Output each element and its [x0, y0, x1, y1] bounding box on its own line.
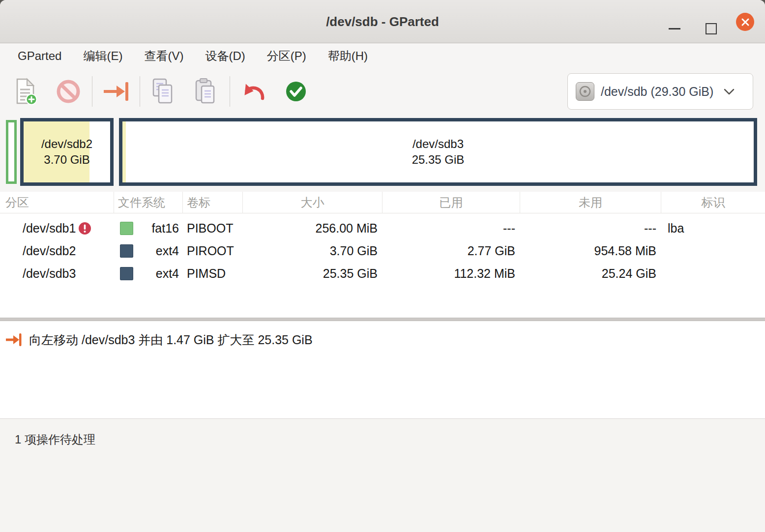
partition-size: 256.00 MiB	[243, 217, 382, 239]
partition-table-header: 分区 文件系统 卷标 大小 已用 未用 标识	[0, 192, 765, 213]
statusbar-text: 1 项操作待处理	[15, 433, 95, 446]
partition-visual-bar: /dev/sdb2 3.70 GiB /dev/sdb3 25.35 GiB	[0, 114, 765, 192]
table-row-sdb2[interactable]: /dev/sdb2 ext4 PIROOT 3.70 GiB 2.77 GiB …	[0, 239, 765, 262]
resize-move-arrow-icon	[102, 80, 130, 103]
table-row-sdb1[interactable]: /dev/sdb1 fat16 PIBOOT 256.00 MiB --- --…	[0, 217, 765, 239]
partition-unused: 954.58 MiB	[520, 239, 661, 262]
toolbar-separator	[230, 76, 230, 107]
undo-arrow-icon	[240, 80, 267, 103]
partition-box-sdb3[interactable]: /dev/sdb3 25.35 GiB	[119, 118, 757, 186]
device-selector-label: /dev/sdb (29.30 GiB)	[601, 85, 713, 99]
partition-flags	[661, 262, 765, 285]
partition-flags	[661, 239, 765, 262]
hard-drive-icon	[576, 82, 594, 101]
volume-label: PIMSD	[183, 262, 243, 285]
partition-box-name: /dev/sdb3	[412, 136, 464, 152]
partition-box-size: 3.70 GiB	[44, 152, 89, 168]
column-header-used[interactable]: 已用	[382, 192, 520, 213]
close-icon	[741, 18, 750, 27]
close-button[interactable]	[736, 13, 754, 31]
menu-gparted[interactable]: GParted	[7, 46, 72, 66]
undo-button[interactable]	[233, 74, 275, 109]
partition-used: 2.77 GiB	[382, 239, 520, 262]
partition-unused: ---	[520, 217, 661, 239]
column-header-size[interactable]: 大小	[243, 192, 382, 213]
partition-table: /dev/sdb1 fat16 PIBOOT 256.00 MiB --- --…	[0, 213, 765, 318]
maximize-button[interactable]	[706, 23, 717, 34]
filesystem-name: ext4	[156, 266, 179, 281]
resize-move-button[interactable]	[95, 74, 137, 109]
move-right-arrow-icon	[5, 332, 23, 348]
warning-icon	[78, 222, 91, 235]
apply-check-icon	[284, 80, 308, 103]
volume-label: PIBOOT	[183, 217, 243, 239]
partition-name: /dev/sdb2	[23, 244, 76, 258]
table-row-sdb3[interactable]: /dev/sdb3 ext4 PIMSD 25.35 GiB 112.32 Mi…	[0, 262, 765, 285]
paste-button[interactable]	[185, 74, 227, 109]
new-partition-button[interactable]	[5, 74, 47, 109]
partition-used: ---	[382, 217, 520, 239]
filesystem-name: fat16	[151, 221, 179, 236]
filesystem-color-swatch	[120, 267, 133, 280]
column-header-partition[interactable]: 分区	[0, 192, 114, 213]
copy-button[interactable]	[143, 74, 185, 109]
menu-edit[interactable]: 编辑(E)	[72, 45, 133, 67]
document-new-icon	[15, 78, 37, 105]
filesystem-color-swatch	[120, 222, 133, 235]
column-header-label[interactable]: 卷标	[183, 192, 243, 213]
chevron-down-icon	[723, 87, 736, 96]
partition-used: 112.32 MiB	[382, 262, 520, 285]
toolbar: /dev/sdb (29.30 GiB)	[0, 69, 765, 114]
toolbar-separator	[140, 76, 140, 107]
partition-box-sdb2[interactable]: /dev/sdb2 3.70 GiB	[20, 118, 114, 186]
delete-partition-button[interactable]	[47, 74, 89, 109]
partition-name: /dev/sdb1	[23, 221, 76, 236]
column-header-flags[interactable]: 标识	[661, 192, 765, 213]
prohibition-icon	[56, 79, 81, 104]
pending-operation-text: 向左移动 /dev/sdb3 并由 1.47 GiB 扩大至 25.35 GiB	[29, 332, 313, 348]
partition-size: 3.70 GiB	[243, 239, 382, 262]
column-header-unused[interactable]: 未用	[520, 192, 661, 213]
pending-operation-item: 向左移动 /dev/sdb3 并由 1.47 GiB 扩大至 25.35 GiB	[5, 332, 758, 348]
partition-flags: lba	[661, 217, 765, 239]
partition-box-size: 25.35 GiB	[412, 152, 465, 168]
pane-divider-handle[interactable]	[0, 318, 765, 321]
menu-partition[interactable]: 分区(P)	[256, 45, 317, 67]
menu-view[interactable]: 查看(V)	[133, 45, 194, 67]
partition-name: /dev/sdb3	[23, 266, 76, 281]
column-header-filesystem[interactable]: 文件系统	[114, 192, 183, 213]
copy-icon	[150, 78, 177, 105]
minimize-button[interactable]	[669, 28, 680, 30]
partition-size: 25.35 GiB	[243, 262, 382, 285]
gparted-window: /dev/sdb - GParted GParted 编辑(E) 查看(V) 设…	[0, 0, 765, 532]
partition-unused: 25.24 GiB	[520, 262, 661, 285]
menubar: GParted 编辑(E) 查看(V) 设备(D) 分区(P) 帮助(H)	[0, 43, 765, 69]
device-selector[interactable]: /dev/sdb (29.30 GiB)	[567, 73, 753, 110]
partition-box-sdb1[interactable]	[6, 120, 17, 184]
partition-box-name: /dev/sdb2	[41, 136, 92, 152]
menu-help[interactable]: 帮助(H)	[317, 45, 379, 67]
filesystem-name: ext4	[156, 244, 179, 258]
paste-icon	[193, 78, 219, 105]
apply-button[interactable]	[275, 74, 317, 109]
pending-operations-panel: 向左移动 /dev/sdb3 并由 1.47 GiB 扩大至 25.35 GiB	[0, 321, 765, 418]
volume-label: PIROOT	[183, 239, 243, 262]
filesystem-color-swatch	[120, 244, 133, 258]
window-title: /dev/sdb - GParted	[0, 0, 765, 43]
statusbar: 1 项操作待处理	[0, 418, 765, 532]
titlebar: /dev/sdb - GParted	[0, 0, 765, 43]
toolbar-separator	[92, 76, 92, 107]
menu-device[interactable]: 设备(D)	[194, 45, 256, 67]
